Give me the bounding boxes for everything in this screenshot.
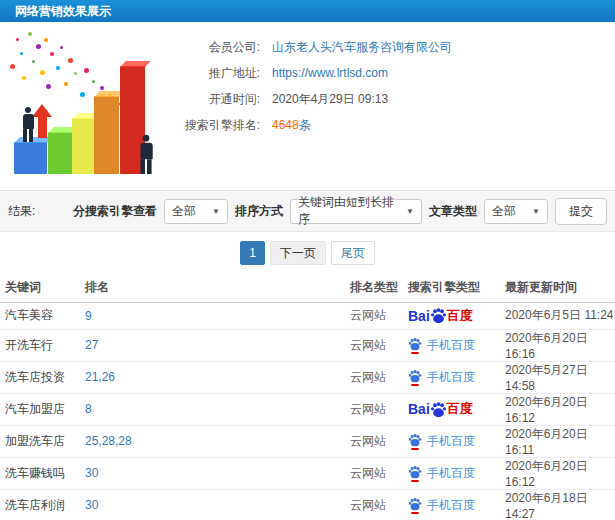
baidu-logo: Bai 百度: [408, 307, 473, 325]
engine-cell: Bai 百度: [403, 302, 500, 329]
chevron-down-icon: ▼: [532, 207, 540, 216]
opened-value: 2020年4月29日 09:13: [272, 91, 388, 108]
company-info: 会员公司: 山东老人头汽车服务咨询有限公司 推广地址: https://www.…: [170, 22, 615, 190]
article-type-select-value: 全部: [492, 203, 516, 220]
table-row[interactable]: 洗车赚钱吗 30 云网站 手机百度 2020年6月20日 16:12: [0, 457, 615, 489]
businessman-figure-right: [137, 135, 155, 174]
keyword-cell: 汽车加盟店: [0, 393, 80, 425]
ranking-count: 4648: [272, 118, 299, 132]
updated-cell: 2020年6月20日 16:12: [500, 393, 615, 425]
updated-cell: 2020年6月20日 16:11: [500, 425, 615, 457]
opened-label: 开通时间:: [170, 91, 260, 108]
mobile-baidu-logo: 手机百度: [408, 497, 475, 514]
keyword-cell: 洗车赚钱吗: [0, 457, 80, 489]
company-link[interactable]: 山东老人头汽车服务咨询有限公司: [272, 39, 452, 56]
header-engine: 搜索引擎类型: [403, 274, 500, 302]
keyword-cell: 开洗车行: [0, 329, 80, 361]
rank-type-cell: 云网站: [345, 329, 403, 361]
mobile-baidu-paw-icon: [408, 433, 422, 450]
bar-chart-illustration: [2, 24, 170, 188]
illustration-bar-green: [48, 132, 73, 174]
rank-cell: 9: [80, 302, 345, 329]
illustration-bar-orange: [94, 96, 119, 174]
article-type-select[interactable]: 全部 ▼: [484, 199, 548, 224]
keyword-cell: 洗车店利润: [0, 489, 80, 520]
rank-type-cell: 云网站: [345, 393, 403, 425]
info-row-ranking: 搜索引擎排名: 4648条: [170, 112, 615, 138]
last-page-button[interactable]: 尾页: [331, 241, 375, 265]
ranking-label: 搜索引擎排名:: [170, 117, 260, 134]
businessman-figure-left: [20, 107, 36, 142]
updated-cell: 2020年6月5日 11:24: [500, 302, 615, 329]
header-rank-type: 排名类型: [345, 274, 403, 302]
mobile-baidu-label: 手机百度: [427, 369, 475, 386]
engine-cell: 手机百度: [403, 457, 500, 489]
mobile-baidu-paw-icon: [408, 465, 422, 482]
next-page-button[interactable]: 下一页: [270, 241, 326, 265]
header-updated: 最新更新时间: [500, 274, 615, 302]
submit-button[interactable]: 提交: [555, 198, 607, 225]
baidu-logo: Bai 百度: [408, 400, 473, 418]
updated-cell: 2020年6月18日 14:27: [500, 489, 615, 520]
baidu-logo-text-bai: Bai: [408, 401, 430, 417]
table-row[interactable]: 加盟洗车店 25,28,28 云网站 手机百度 2020年6月20日 16:11: [0, 425, 615, 457]
updated-cell: 2020年6月20日 16:12: [500, 457, 615, 489]
pagination: 1 下一页 尾页: [0, 232, 615, 274]
info-row-url: 推广地址: https://www.lrtlsd.com: [170, 60, 615, 86]
summary-section: 会员公司: 山东老人头汽车服务咨询有限公司 推广地址: https://www.…: [0, 22, 615, 190]
mobile-baidu-logo: 手机百度: [408, 369, 475, 386]
result-label: 结果:: [8, 203, 35, 220]
engine-filter-label: 分搜索引擎查看: [73, 203, 157, 220]
sort-filter-label: 排序方式: [235, 203, 283, 220]
table-row[interactable]: 汽车加盟店 8 云网站 Bai 百度 2020年6月20日 16:12: [0, 393, 615, 425]
header-keyword: 关键词: [0, 274, 80, 302]
rank-cell: 25,28,28: [80, 425, 345, 457]
engine-select-value: 全部: [172, 203, 196, 220]
page-1-button[interactable]: 1: [240, 241, 265, 265]
baidu-paw-icon: [430, 401, 447, 418]
rank-cell: 8: [80, 393, 345, 425]
engine-select[interactable]: 全部 ▼: [164, 199, 228, 224]
baidu-logo-text-bai: Bai: [408, 308, 430, 324]
ranking-unit-link[interactable]: 条: [299, 118, 311, 132]
updated-cell: 2020年5月27日 14:58: [500, 361, 615, 393]
table-row[interactable]: 洗车店利润 30 云网站 手机百度 2020年6月18日 14:27: [0, 489, 615, 520]
rank-cell: 30: [80, 489, 345, 520]
engine-cell: 手机百度: [403, 361, 500, 393]
table-row[interactable]: 洗车店投资 21,26 云网站 手机百度 2020年5月27日 14:58: [0, 361, 615, 393]
baidu-logo-text-cn: 百度: [447, 307, 473, 325]
header-rank: 排名: [80, 274, 345, 302]
illustration-bar-blue: [14, 142, 47, 174]
updated-cell: 2020年6月20日 16:16: [500, 329, 615, 361]
table-row[interactable]: 汽车美容 9 云网站 Bai 百度 2020年6月5日 11:24: [0, 302, 615, 329]
baidu-paw-icon: [430, 307, 447, 324]
engine-cell: 手机百度: [403, 489, 500, 520]
mobile-baidu-label: 手机百度: [427, 465, 475, 482]
engine-cell: Bai 百度: [403, 393, 500, 425]
mobile-baidu-logo: 手机百度: [408, 337, 475, 354]
page-title: 网络营销效果展示: [15, 3, 111, 20]
company-label: 会员公司:: [170, 39, 260, 56]
table-header-row: 关键词 排名 排名类型 搜索引擎类型 最新更新时间: [0, 274, 615, 302]
rank-cell: 30: [80, 457, 345, 489]
titlebar: 网络营销效果展示: [0, 0, 615, 22]
ranking-value: 4648条: [272, 117, 311, 134]
info-row-opened: 开通时间: 2020年4月29日 09:13: [170, 86, 615, 112]
chevron-down-icon: ▼: [406, 207, 414, 216]
rank-type-cell: 云网站: [345, 457, 403, 489]
promotion-url-link[interactable]: https://www.lrtlsd.com: [272, 66, 388, 80]
ranking-table: 关键词 排名 排名类型 搜索引擎类型 最新更新时间 汽车美容 9 云网站 Bai…: [0, 274, 615, 520]
keyword-cell: 加盟洗车店: [0, 425, 80, 457]
mobile-baidu-paw-icon: [408, 369, 422, 386]
mobile-baidu-label: 手机百度: [427, 433, 475, 450]
rank-type-cell: 云网站: [345, 425, 403, 457]
url-label: 推广地址:: [170, 65, 260, 82]
engine-cell: 手机百度: [403, 329, 500, 361]
mobile-baidu-logo: 手机百度: [408, 433, 475, 450]
sort-select[interactable]: 关键词由短到长排序 ▼: [290, 199, 422, 224]
keyword-cell: 洗车店投资: [0, 361, 80, 393]
rank-type-cell: 云网站: [345, 361, 403, 393]
table-row[interactable]: 开洗车行 27 云网站 手机百度 2020年6月20日 16:16: [0, 329, 615, 361]
mobile-baidu-paw-icon: [408, 497, 422, 514]
chevron-down-icon: ▼: [212, 207, 220, 216]
